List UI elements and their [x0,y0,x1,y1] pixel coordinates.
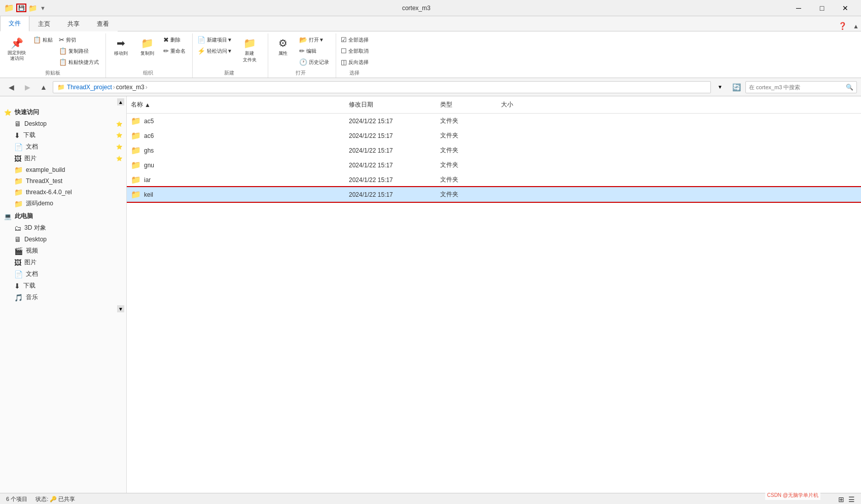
minimize-button[interactable]: ─ [787,0,810,16]
rename-button[interactable]: ✏ 重命名 [161,46,188,56]
history-button[interactable]: 🕐 历史记录 [297,57,332,67]
file-size-keil [497,194,558,196]
sidebar-item-music[interactable]: 🎵 音乐 [0,292,126,303]
open-button[interactable]: 📂 打开▼ [297,34,332,45]
pin-button[interactable]: 📌 固定到快速访问 [4,34,29,64]
ribbon-group-open: ⚙ 属性 📂 打开▼ ✏ 编辑 🕐 历史记录 打开 [268,33,336,78]
sidebar-item-source-demo[interactable]: 📁 源码demo [0,198,126,209]
ribbon-collapse-icon[interactable]: ▲ [851,23,861,30]
select-all-button[interactable]: ☑ 全部选择 [338,34,371,45]
status-text: 状态: 🔑 已共享 [35,495,75,503]
sidebar-item-documents-quick[interactable]: 📄 文档 ⭐ [0,141,126,153]
sidebar-scroll-down[interactable]: ▼ [117,305,124,312]
new-item-button[interactable]: 📄 新建项目▼ [195,34,235,45]
file-row-iar[interactable]: 📁 iar 2024/1/22 15:17 文件夹 [127,172,861,187]
search-icon[interactable]: 🔍 [846,84,853,91]
sidebar-item-threadx-rel[interactable]: 📁 threadx-6.4.0_rel [0,187,126,198]
search-box[interactable]: 🔍 [745,81,857,93]
copy-path-button[interactable]: 📋 复制路径 [56,46,101,56]
file-row-keil[interactable]: 📁 keil 2024/1/22 15:17 文件夹 [127,187,861,202]
file-type-ac6: 文件夹 [436,130,497,141]
file-name-keil: 📁 keil [127,189,345,200]
sidebar-item-downloads-pc[interactable]: ⬇ 下载 [0,280,126,292]
threadx-rel-label: threadx-6.4.0_rel [26,189,122,196]
address-path-part2[interactable]: cortex_m3 [116,84,145,91]
desktop-pc-icon: 🖥 [14,235,21,243]
view-icons-icon[interactable]: ⊞ [838,495,844,503]
easy-access-button[interactable]: ⚡ 轻松访问▼ [195,46,235,56]
file-name-ghs: 📁 ghs [127,145,345,156]
address-folder-icon: 📁 [57,84,65,91]
sidebar-scroll-up[interactable]: ▲ [117,98,124,105]
file-row-gnu[interactable]: 📁 gnu 2024/1/22 15:17 文件夹 [127,158,861,172]
file-date-iar: 2024/1/22 15:17 [345,175,436,185]
threadx-rel-icon: 📁 [14,188,23,196]
sidebar-item-example-build[interactable]: 📁 example_build [0,164,126,175]
sidebar-item-documents-pc[interactable]: 📄 文档 [0,268,126,280]
save-icon: 💾 [16,4,26,12]
address-path-part1[interactable]: ThreadX_project [67,84,112,91]
file-row-ghs[interactable]: 📁 ghs 2024/1/22 15:17 文件夹 [127,143,861,158]
sidebar-item-videos[interactable]: 🎬 视频 [0,245,126,257]
tab-home[interactable]: 主页 [29,16,59,31]
sidebar-section-quick-access[interactable]: ⭐ 快速访问 [0,105,126,118]
videos-icon: 🎬 [14,247,23,255]
sidebar-item-pictures-pc[interactable]: 🖼 图片 [0,257,126,268]
copy-to-button[interactable]: 📁 复制到 [134,34,160,59]
sidebar-item-pictures-quick[interactable]: 🖼 图片 ⭐ [0,153,126,164]
move-to-button[interactable]: ➡ 移动到 [108,34,133,59]
address-dropdown-button[interactable]: ▼ [713,81,727,93]
paste-icon: 📋 [33,36,41,44]
back-button[interactable]: ◀ [4,80,18,94]
new-label: 新建 [195,67,264,77]
documents-pc-label: 文档 [26,270,122,278]
col-header-size[interactable]: 大小 [497,98,558,111]
title-dropdown-arrow[interactable]: ▼ [40,5,46,11]
pictures-quick-label: 图片 [24,154,113,163]
new-folder-button[interactable]: 📁 新建文件夹 [236,34,264,66]
sidebar-item-3d-objects[interactable]: 🗂 3D 对象 [0,222,126,234]
sidebar-section-this-pc[interactable]: 💻 此电脑 [0,209,126,222]
forward-button[interactable]: ▶ [20,80,34,94]
ribbon-tabs: 文件 主页 共享 查看 ❓ ▲ [0,16,861,31]
downloads-quick-icon: ⬇ [14,131,20,139]
maximize-button[interactable]: □ [810,0,834,16]
address-path[interactable]: 📁 ThreadX_project › cortex_m3 › [53,81,711,93]
quick-access-icon: ⭐ [4,109,12,116]
help-icon[interactable]: ❓ [834,22,851,30]
tab-file[interactable]: 文件 [0,16,29,31]
paste-shortcut-button[interactable]: 📋 粘贴快捷方式 [56,57,101,67]
organize-label: 组织 [108,67,188,77]
view-list-icon[interactable]: ☰ [848,495,855,503]
file-row-ac5[interactable]: 📁 ac5 2024/1/22 15:17 文件夹 [127,114,861,128]
close-button[interactable]: ✕ [834,0,857,16]
cut-button[interactable]: ✂ 剪切 [56,34,101,45]
delete-button[interactable]: ✖ 删除 [161,34,188,45]
watermark: CSDN @无脑学单片机 [765,491,820,500]
select-none-button[interactable]: ☐ 全部取消 [338,46,371,56]
search-input[interactable] [749,84,846,90]
edit-button[interactable]: ✏ 编辑 [297,46,332,56]
invert-select-button[interactable]: ◫ 反向选择 [338,57,371,67]
col-size-label: 大小 [501,100,513,109]
file-row-ac6[interactable]: 📁 ac6 2024/1/22 15:17 文件夹 [127,128,861,143]
sidebar-item-desktop-pc[interactable]: 🖥 Desktop [0,234,126,245]
sidebar-item-threadx-test[interactable]: 📁 ThreadX_test [0,175,126,187]
paste-shortcut-icon: 📋 [59,58,67,66]
window-title: cortex_m3 [46,5,787,12]
refresh-button[interactable]: 🔄 [729,80,743,94]
up-button[interactable]: ▲ [37,80,51,94]
col-name-sort-icon: ▲ [145,101,151,109]
properties-button[interactable]: ⚙ 属性 [270,34,296,59]
col-header-name[interactable]: 名称 ▲ [127,98,345,111]
tab-share[interactable]: 共享 [59,16,88,31]
tab-view[interactable]: 查看 [88,16,118,31]
downloads-quick-label: 下载 [23,131,113,139]
paste-button[interactable]: 📋 粘贴 [30,34,55,45]
documents-quick-icon: 📄 [14,143,23,151]
col-header-type[interactable]: 类型 [436,98,497,111]
easy-access-icon: ⚡ [197,47,205,55]
sidebar-item-desktop-quick[interactable]: 🖥 Desktop ⭐ [0,118,126,129]
col-header-date[interactable]: 修改日期 [345,98,436,111]
sidebar-item-downloads-quick[interactable]: ⬇ 下载 ⭐ [0,129,126,141]
